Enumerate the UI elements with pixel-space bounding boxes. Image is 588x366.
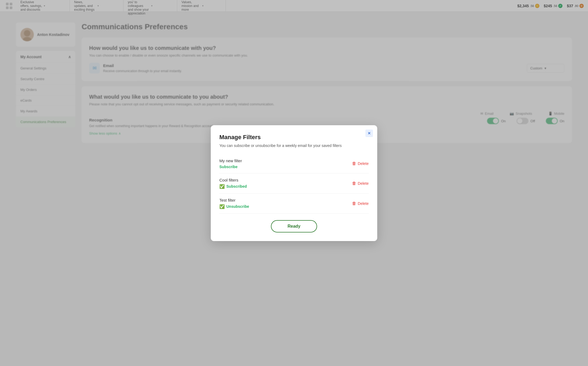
filter-item-cool-filters: Cool filters ✅ Subscribed 🗑 Delete xyxy=(219,173,369,194)
close-icon: ✕ xyxy=(368,131,371,135)
filter-name-2: Cool filters xyxy=(219,178,247,182)
filter-subscribed-action-2[interactable]: ✅ Subscribed xyxy=(219,184,247,189)
filter-left-2: Cool filters ✅ Subscribed xyxy=(219,178,247,189)
check-icon-2: ✅ xyxy=(219,184,225,189)
modal-overlay[interactable]: ✕ Manage Filters You can subscribe or un… xyxy=(0,0,588,366)
filter-right-1: 🗑 Delete xyxy=(352,161,369,166)
filter-item-my-new-filter: My new filter Subscribe 🗑 Delete xyxy=(219,154,369,173)
filter-subscribe-action-1[interactable]: Subscribe xyxy=(219,165,242,169)
ready-button[interactable]: Ready xyxy=(271,220,317,232)
modal-subtitle: You can subscribe or unsubscribe for a w… xyxy=(219,143,369,148)
filter-left-1: My new filter Subscribe xyxy=(219,158,242,169)
filter-name-1: My new filter xyxy=(219,158,242,163)
delete-label-2: Delete xyxy=(358,181,369,186)
filter-unsubscribe-action-3[interactable]: ✅ Unsubscribe xyxy=(219,204,249,209)
modal-footer: Ready xyxy=(219,214,369,232)
modal-title: Manage Filters xyxy=(219,134,369,141)
filter-item-test-filter: Test filter ✅ Unsubscribe 🗑 Delete xyxy=(219,194,369,214)
trash-icon-2: 🗑 xyxy=(352,181,356,186)
trash-icon-1: 🗑 xyxy=(352,161,356,166)
filter-right-3: 🗑 Delete xyxy=(352,201,369,206)
delete-label-3: Delete xyxy=(358,201,369,206)
trash-icon-3: 🗑 xyxy=(352,201,356,206)
check-icon-3: ✅ xyxy=(219,204,225,209)
filter-name-3: Test filter xyxy=(219,198,249,202)
filter-delete-button-1[interactable]: 🗑 Delete xyxy=(352,161,369,166)
modal-close-button[interactable]: ✕ xyxy=(365,130,373,137)
manage-filters-modal: ✕ Manage Filters You can subscribe or un… xyxy=(211,125,377,241)
filter-left-3: Test filter ✅ Unsubscribe xyxy=(219,198,249,209)
delete-label-1: Delete xyxy=(358,161,369,166)
filter-delete-button-3[interactable]: 🗑 Delete xyxy=(352,201,369,206)
filter-right-2: 🗑 Delete xyxy=(352,181,369,186)
filter-delete-button-2[interactable]: 🗑 Delete xyxy=(352,181,369,186)
